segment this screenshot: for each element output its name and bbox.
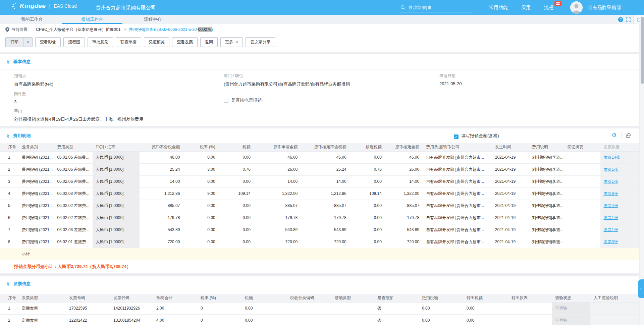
breadcrumb: 当前位置: CPBC_个人报销平台（基本信息展开）扩展001 > 费用报销单查看… — [0, 24, 639, 35]
app-logo: Kingdee | EAS Cloud — [12, 2, 77, 10]
table-cell: 0.00 — [183, 236, 218, 248]
table-cell: 2 — [0, 163, 18, 175]
table-cell — [508, 314, 552, 325]
table-row[interactable]: 5费用报销 (2021...06.02.02 差旅费...人民币 [1.0000… — [0, 200, 639, 212]
table-cell: 自有品牌开发部 [贵州合力超市... — [423, 187, 492, 200]
column-header: 税额 — [241, 294, 287, 302]
document-link[interactable]: 费用报销单查看(BXD-6666-2021-5-20-000276) — [129, 27, 213, 33]
column-header: 发票代码 — [110, 294, 153, 302]
table-cell: 发票1张 — [600, 175, 639, 187]
collapse-panel-toggle[interactable]: ‹ — [638, 279, 644, 298]
table-cell — [254, 248, 301, 260]
lock-icon[interactable] — [626, 135, 630, 138]
table-cell — [564, 212, 600, 224]
linked-documents-button[interactable]: 联查单据 — [116, 37, 141, 47]
view-invoice-button[interactable]: 查看发票 — [172, 37, 198, 47]
table-cell: 发票1张 — [600, 163, 639, 175]
help-icon[interactable]: ? — [618, 17, 623, 22]
table-cell: 26.00 — [254, 163, 301, 175]
attachment-count-label: 附件数 — [14, 91, 26, 97]
table-cell: 06.02.01 差旅费... — [54, 236, 92, 248]
table-row[interactable]: 2定额发票122024221310018542044.0000.00否0.000… — [0, 314, 639, 325]
vertical-scrollbar[interactable] — [640, 15, 644, 325]
tab-my-workbench[interactable]: 我的工作台 — [2, 15, 62, 24]
print-button[interactable]: 打印 — [6, 38, 23, 47]
table-row[interactable]: 1费用报销 (2021...06.02.06 差旅费...人民币 [1.0000… — [0, 151, 639, 163]
scrollbar-thumb[interactable] — [641, 17, 644, 84]
nav-item-apps[interactable]: 应用 — [521, 5, 531, 11]
gear-icon[interactable]: ⚙ — [612, 132, 616, 138]
table-cell — [301, 248, 350, 260]
table-cell: 179.78 — [140, 212, 183, 224]
table-row[interactable]: 1定额发票170225951420119329262.0000.00否0.000… — [0, 302, 639, 314]
table-cell: 3.00 — [183, 163, 218, 175]
table-row[interactable]: 4费用报销 (2021...06.02.03 差旅费...人民币 [1.0000… — [0, 187, 639, 200]
table-header-row: 序号发票类型发票号码发票代码价税合计税率 (%)税额税收分类编码进项类型是否抵扣… — [0, 294, 639, 302]
current-username[interactable]: 自有品牌采购部 — [588, 5, 621, 11]
table-cell: 2021-04-19 — [492, 175, 529, 187]
table-cell — [564, 224, 600, 236]
table-cell: 发票1张 — [600, 212, 639, 224]
fullscreen-icon[interactable] — [626, 17, 631, 22]
subtotal-row: 小计 — [0, 248, 639, 260]
column-header: 税率 (%) — [197, 294, 241, 302]
table-cell — [183, 248, 218, 260]
avatar[interactable] — [570, 1, 583, 14]
global-search[interactable] — [399, 3, 472, 12]
table-row[interactable]: 2费用报销 (2021...06.02.06 差旅费...人民币 [1.0000… — [0, 163, 639, 175]
table-cell: 720.00 — [301, 236, 350, 248]
approval-comments-button[interactable]: 审批意见 — [88, 37, 113, 47]
table-cell: 26.00 — [385, 163, 423, 175]
invoice-count-link[interactable]: 发票1张 — [604, 215, 618, 220]
tab-process-center[interactable]: 流程中心 — [122, 15, 183, 24]
table-cell: 刘佳颖报销李道... — [529, 175, 564, 187]
view-image-button[interactable]: 查看影像 — [35, 37, 61, 47]
invoice-count-link[interactable]: 发票14张 — [604, 155, 620, 160]
invoice-count-link[interactable]: 发票0张 — [604, 239, 618, 244]
flowchart-button[interactable]: 流程图 — [63, 37, 85, 47]
tab-reimburse-workbench[interactable]: 报销工作台 — [62, 15, 122, 24]
table-cell: 人民币 [1.0000] — [93, 175, 140, 187]
print-split-button[interactable]: 打印 ∨ — [5, 37, 33, 47]
table-row[interactable]: 7费用报销 (2021...06.02.03 差旅费...人民币 [1.0000… — [0, 224, 639, 236]
reason-label: 事由 — [14, 108, 144, 114]
invoice-count-link[interactable]: 发票4张 — [604, 203, 618, 208]
grid-tools: ⚙ — [607, 132, 630, 138]
table-cell: 人民币 [1.0000] — [93, 212, 140, 224]
print-dropdown-chevron-icon[interactable]: ∨ — [23, 38, 32, 47]
table-row[interactable]: 3费用报销 (2021...06.02.06 差旅费...人民币 [1.0000… — [0, 175, 639, 187]
table-cell: 4 — [0, 187, 18, 200]
table-cell: 0.00 — [219, 224, 254, 236]
epay-checkbox[interactable] — [224, 98, 228, 103]
table-cell: 0.00 — [183, 175, 218, 187]
invoice-count-link[interactable]: 发票8张 — [604, 191, 618, 196]
column-header: 原币核定金额 — [385, 143, 423, 151]
table-cell: 14.00 — [301, 175, 350, 187]
fill-amount-checkbox[interactable]: ✓ — [454, 134, 459, 139]
invoice-count-link[interactable]: 发票1张 — [604, 227, 618, 232]
nav-item-workflow[interactable]: 流程22 — [544, 5, 553, 11]
table-cell: 0.00 — [219, 175, 254, 187]
search-input[interactable] — [408, 5, 463, 10]
back-button[interactable]: 返回 — [200, 37, 218, 47]
yunzhijia-share-button[interactable]: 云之家分享 — [246, 37, 275, 47]
table-cell: 7 — [0, 224, 18, 236]
invoice-count-link[interactable]: 发票1张 — [604, 167, 618, 172]
collapse-chevron-icon: ≫ — [6, 281, 11, 286]
basic-info-header[interactable]: ≫ 基本信息 — [6, 59, 31, 65]
table-cell: 0 — [197, 314, 241, 325]
epay-checkbox-label: 是否纯电票报销 — [231, 98, 262, 103]
basic-info-section: ≫ 基本信息 报销人: 自有品牌采购部(tel:) 部门 / 职位: (贵州合力… — [0, 54, 639, 126]
expense-detail-header[interactable]: ≫ 费用明细 — [6, 133, 31, 139]
table-cell — [564, 175, 600, 187]
table-row[interactable]: 6费用报销 (2021...06.02.02 差旅费...人民币 [1.0000… — [0, 212, 639, 224]
table-row[interactable]: 8费用报销 (2021...06.02.01 差旅费...人民币 [1.0000… — [0, 236, 639, 248]
document-link-suffix: ) — [212, 27, 213, 32]
table-cell: 发票0张 — [600, 236, 639, 248]
table-cell: 0.00 — [241, 302, 287, 314]
more-button[interactable]: 更多∨ — [220, 37, 243, 47]
nav-item-common-functions[interactable]: 常用功能 — [489, 5, 508, 11]
voucher-preview-button[interactable]: 凭证预览 — [144, 37, 169, 47]
invoice-info-header[interactable]: ≫ 发票信息 — [6, 281, 31, 287]
invoice-count-link[interactable]: 发票1张 — [604, 179, 618, 184]
